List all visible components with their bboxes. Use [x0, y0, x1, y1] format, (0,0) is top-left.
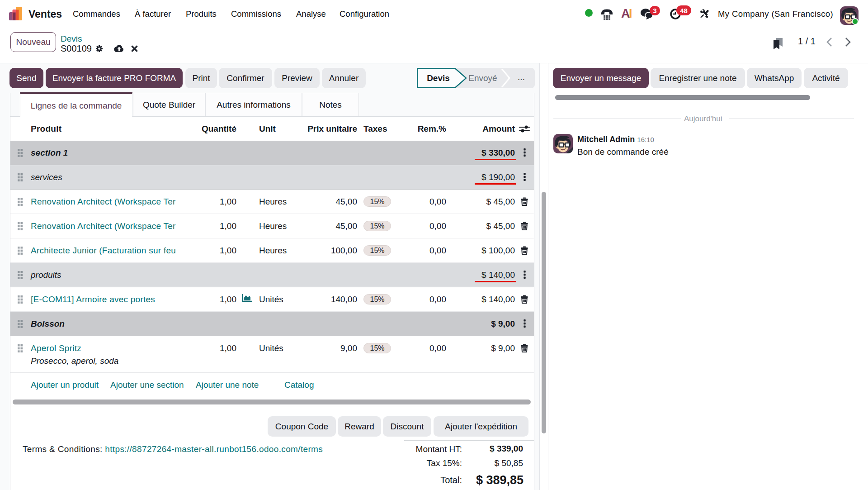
svg-text:I: I	[629, 7, 632, 20]
